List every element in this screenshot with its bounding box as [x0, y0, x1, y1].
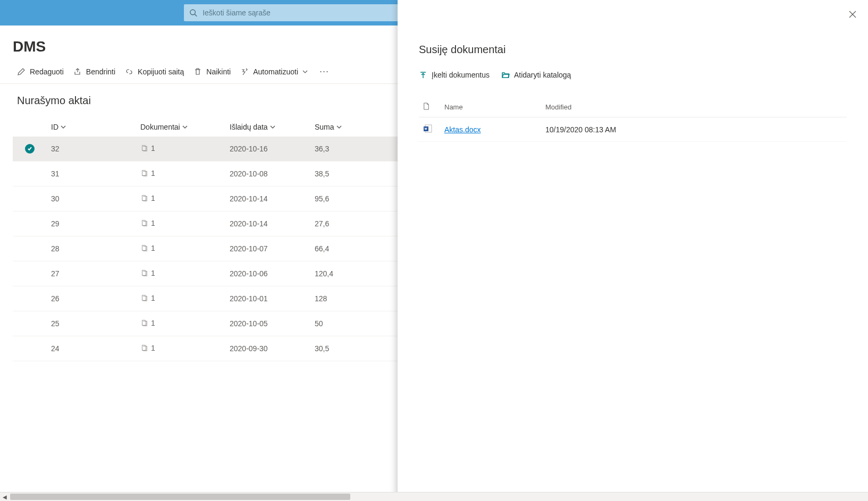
row-select-cell[interactable]	[13, 261, 47, 286]
delete-label: Naikinti	[206, 67, 231, 76]
file-name-cell: Aktas.docx	[440, 117, 541, 142]
side-panel: Susiję dokumentai Įkelti dokumentus Atid…	[398, 0, 868, 361]
upload-icon	[419, 71, 427, 79]
search-icon	[189, 9, 197, 17]
cell-date: 2020-09-30	[225, 336, 310, 361]
document-stack-icon	[140, 169, 148, 177]
cell-documents[interactable]: 1	[136, 211, 225, 236]
document-stack-icon	[140, 294, 148, 302]
word-file-icon	[423, 124, 433, 133]
share-button[interactable]: Bendrinti	[73, 67, 115, 76]
document-stack-icon	[140, 244, 148, 252]
cell-documents[interactable]: 1	[136, 311, 225, 336]
share-label: Bendrinti	[86, 67, 115, 76]
close-button[interactable]	[849, 11, 856, 20]
document-stack-icon	[140, 269, 148, 277]
row-select-cell[interactable]	[13, 211, 47, 236]
chevron-down-icon	[182, 124, 188, 130]
chevron-down-icon	[302, 69, 308, 74]
row-select-cell[interactable]	[13, 286, 47, 311]
svg-point-0	[190, 10, 195, 14]
cell-documents[interactable]: 1	[136, 286, 225, 311]
cell-id: 32	[47, 137, 136, 162]
cell-id: 26	[47, 286, 136, 311]
upload-button[interactable]: Įkelti dokumentus	[419, 71, 490, 79]
document-stack-icon	[140, 194, 148, 202]
chevron-down-icon	[270, 124, 275, 130]
document-stack-icon	[140, 319, 148, 327]
document-stack-icon	[140, 344, 148, 352]
doc-column-modified[interactable]: Modified	[541, 97, 847, 117]
cell-date: 2020-10-14	[225, 186, 310, 211]
cell-date: 2020-10-14	[225, 211, 310, 236]
share-icon	[73, 67, 82, 76]
edit-button[interactable]: Redaguoti	[17, 67, 64, 76]
cell-date: 2020-10-08	[225, 162, 310, 186]
edit-label: Redaguoti	[30, 67, 64, 76]
cell-documents[interactable]: 1	[136, 336, 225, 361]
checkmark-icon	[25, 144, 35, 154]
cell-documents[interactable]: 1	[136, 186, 225, 211]
copy-link-button[interactable]: Kopijuoti saitą	[125, 67, 184, 76]
cell-date: 2020-10-07	[225, 236, 310, 261]
copy-link-label: Kopijuoti saitą	[138, 67, 184, 76]
trash-icon	[193, 67, 202, 76]
cell-id: 30	[47, 186, 136, 211]
column-documents[interactable]: Dokumentai	[136, 117, 225, 137]
doc-column-name[interactable]: Name	[440, 97, 541, 117]
cell-id: 29	[47, 211, 136, 236]
documents-table: Name Modified Aktas.docx10/19/2020 08:13…	[419, 97, 847, 142]
cell-id: 28	[47, 236, 136, 261]
open-folder-label: Atidaryti katalogą	[514, 71, 571, 79]
column-select[interactable]	[13, 117, 47, 137]
cell-documents[interactable]: 1	[136, 162, 225, 186]
panel-title: Susiję dokumentai	[419, 44, 847, 56]
cell-date: 2020-10-05	[225, 311, 310, 336]
delete-button[interactable]: Naikinti	[193, 67, 231, 76]
document-stack-icon	[140, 145, 148, 152]
file-link[interactable]: Aktas.docx	[444, 125, 481, 134]
cell-documents[interactable]: 1	[136, 261, 225, 286]
row-select-cell[interactable]	[13, 186, 47, 211]
cell-documents[interactable]: 1	[136, 137, 225, 162]
row-select-cell[interactable]	[13, 137, 47, 162]
cell-documents[interactable]: 1	[136, 236, 225, 261]
column-id[interactable]: ID	[47, 117, 136, 137]
file-icon	[423, 103, 429, 110]
document-stack-icon	[140, 219, 148, 227]
automate-label: Automatizuoti	[253, 67, 298, 76]
flow-icon	[240, 67, 249, 76]
file-type-cell	[419, 117, 440, 142]
svg-line-1	[195, 14, 197, 16]
cell-id: 31	[47, 162, 136, 186]
row-select-cell[interactable]	[13, 336, 47, 361]
cell-date: 2020-10-01	[225, 286, 310, 311]
cell-id: 25	[47, 311, 136, 336]
file-modified-cell: 10/19/2020 08:13 AM	[541, 117, 847, 142]
column-date[interactable]: Išlaidų data	[225, 117, 310, 137]
document-row[interactable]: Aktas.docx10/19/2020 08:13 AM	[419, 117, 847, 142]
row-select-cell[interactable]	[13, 162, 47, 186]
cell-id: 24	[47, 336, 136, 361]
upload-label: Įkelti dokumentus	[432, 71, 490, 79]
open-folder-button[interactable]: Atidaryti katalogą	[501, 71, 571, 79]
row-select-cell[interactable]	[13, 311, 47, 336]
link-icon	[125, 67, 133, 76]
more-actions-button[interactable]: ···	[317, 66, 331, 77]
doc-column-type[interactable]	[419, 97, 440, 117]
pencil-icon	[17, 67, 26, 76]
chevron-down-icon	[61, 124, 66, 130]
folder-open-icon	[501, 71, 510, 79]
cell-id: 27	[47, 261, 136, 286]
cell-date: 2020-10-06	[225, 261, 310, 286]
row-select-cell[interactable]	[13, 236, 47, 261]
chevron-down-icon	[336, 124, 342, 130]
close-icon	[849, 11, 856, 18]
cell-date: 2020-10-16	[225, 137, 310, 162]
automate-button[interactable]: Automatizuoti	[240, 67, 308, 76]
